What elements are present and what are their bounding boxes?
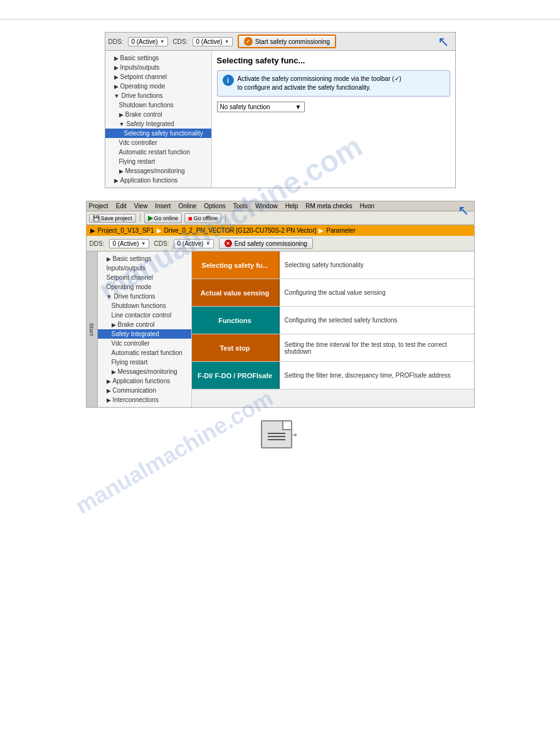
p2-sidebar-setpoint[interactable]: Setpoint channel <box>98 273 191 282</box>
card-row-functions: Functions Configuring the selected safet… <box>192 307 474 334</box>
menu-edit[interactable]: Edit <box>116 203 127 209</box>
arrow-icon: ▶ <box>119 112 124 118</box>
p2-sidebar-messages[interactable]: ▶Messages/monitoring <box>98 367 191 376</box>
card-btn-fdi-fdo[interactable]: F-DI/ F-DO / PROFIsafe <box>192 362 280 389</box>
arrow-icon: ▶ <box>114 83 119 90</box>
bottom-icon-area: → <box>255 420 305 448</box>
card-btn-actual-value[interactable]: Actual value sensing <box>192 279 280 306</box>
panel2-body: Start ▶Basic settings Inputs/outputs Set… <box>87 252 474 407</box>
arrow-icon: ▶ <box>112 369 116 375</box>
panel2: Project Edit View Insert Online Options … <box>86 201 475 408</box>
menu-rm-meta[interactable]: RM meta checks <box>305 203 352 209</box>
panel1-title: Selecting safety func... <box>217 56 450 65</box>
breadcrumb-sep2: ▶ <box>319 227 324 234</box>
p2-sidebar-shutdown[interactable]: Shutdown functions <box>98 301 191 310</box>
note-line <box>268 433 285 434</box>
p2-sidebar-auto-restart[interactable]: Automatic restart function <box>98 348 191 358</box>
sidebar-safety-integrated[interactable]: ▼Safety Integrated <box>105 119 211 129</box>
safety-function-dropdown[interactable]: No safety function ▼ <box>217 102 305 112</box>
card-btn-functions[interactable]: Functions <box>192 307 280 334</box>
arrow-icon: ▶ <box>112 322 116 328</box>
arrow-icon: ▶ <box>107 397 111 403</box>
menu-options[interactable]: Options <box>204 203 225 209</box>
sidebar-basic-settings[interactable]: ▶Basic settings <box>105 53 211 63</box>
sidebar-messages[interactable]: ▶Messages/monitoring <box>105 166 211 176</box>
note-line <box>268 439 285 440</box>
panel2-menubar: Project Edit View Insert Online Options … <box>87 201 474 211</box>
p2-sidebar-operating[interactable]: Operating mode <box>98 282 191 292</box>
go-offline-btn[interactable]: ■ Go offline <box>184 213 221 223</box>
p2-sidebar-safety[interactable]: Safety Integrated <box>98 329 191 339</box>
card-row-test-stop: Test stop Setting the time interval for … <box>192 334 474 362</box>
cursor-pointer1: ↖ <box>438 34 449 50</box>
breadcrumb-icon: ▶ <box>90 227 95 234</box>
card-btn-test-stop[interactable]: Test stop <box>192 334 280 361</box>
p2-sidebar-basic[interactable]: ▶Basic settings <box>98 254 191 263</box>
go-online-btn[interactable]: ▶ Go online <box>144 213 182 223</box>
sidebar-auto-restart[interactable]: Automatic restart function <box>105 147 211 157</box>
breadcrumb-bar: ▶ Project_0_V13_SP1 ▶ Drive_0_2_PN_VECTO… <box>87 225 474 236</box>
sidebar-application-functions[interactable]: ▶Application functions <box>105 176 211 185</box>
sidebar-brake-control[interactable]: ▶Brake control <box>105 110 211 119</box>
card-desc-functions: Configuring the selected safety function… <box>280 307 474 334</box>
card-desc-actual-value: Configuring the actual value sensing <box>280 279 474 306</box>
online-icon: ▶ <box>148 214 153 222</box>
p2-sidebar-vdc[interactable]: Vdc controller <box>98 339 191 348</box>
p2-sidebar-interconnections[interactable]: ▶Interconnections <box>98 395 191 405</box>
arrow-icon: ▶ <box>114 55 119 61</box>
end-safety-commissioning-button[interactable]: ✕ End safety commissioning <box>219 238 313 249</box>
breadcrumb-drive[interactable]: Drive_0_2_PN_VECTOR [G120-CU750S-2 PN Ve… <box>164 227 317 234</box>
sidebar-shutdown-functions[interactable]: Shutdown functions <box>105 100 211 110</box>
card-btn-selecting[interactable]: Selecting safety fu... <box>192 252 280 278</box>
panel1-body: ▶Basic settings ▶Inputs/outputs ▶Setpoin… <box>105 51 455 188</box>
menu-help[interactable]: Help <box>285 203 298 209</box>
menu-project[interactable]: Project <box>89 203 108 209</box>
menu-tools[interactable]: Tools <box>233 203 248 209</box>
sidebar-drive-functions[interactable]: ▼Drive functions <box>105 91 211 100</box>
panel1-sidebar: ▶Basic settings ▶Inputs/outputs ▶Setpoin… <box>105 51 212 188</box>
menu-insert[interactable]: Insert <box>155 203 171 209</box>
p2-sidebar-line-contactor[interactable]: Line contactor control <box>98 310 191 320</box>
p2-sidebar-inputs[interactable]: Inputs/outputs <box>98 263 191 273</box>
breadcrumb-parameter[interactable]: Parameter <box>326 227 356 234</box>
menu-online[interactable]: Online <box>178 203 196 209</box>
p2-sidebar-brake[interactable]: ▶Brake control <box>98 320 191 329</box>
dds-dropdown1[interactable]: 0 (Active) ▼ <box>128 37 167 46</box>
panel1-main: Selecting safety func... i Activate the … <box>212 51 455 188</box>
sidebar-selecting-safety[interactable]: Selecting safety functionality <box>105 129 211 138</box>
note-lines <box>268 433 285 440</box>
dds-label2: DDS: <box>90 240 105 247</box>
info-text: Activate the safety commissioning mode v… <box>238 75 401 92</box>
panel2-toolbar2: DDS: 0 (Active) ▼ CDS: 0 (Active) ▼ ✕ En… <box>87 236 474 252</box>
toolbar-separator <box>140 214 140 223</box>
card-row-selecting: Selecting safety fu... Selecting safety … <box>192 252 474 279</box>
breadcrumb-project[interactable]: Project_0_V13_SP1 <box>98 227 154 234</box>
save-icon: 💾 <box>93 215 100 221</box>
card-desc-fdi-fdo: Setting the filter time, discrepancy tim… <box>280 362 474 389</box>
sidebar-inputs-outputs[interactable]: ▶Inputs/outputs <box>105 63 211 72</box>
sidebar-flying-restart[interactable]: Flying restart <box>105 157 211 166</box>
sidebar-vdc-controller[interactable]: Vdc controller <box>105 138 211 147</box>
p2-sidebar-drive-functions[interactable]: ▼Drive functions <box>98 292 191 301</box>
save-project-btn[interactable]: 💾 Save project <box>89 214 136 223</box>
p2-sidebar-app-functions[interactable]: ▶Application functions <box>98 376 191 386</box>
sidebar-operating-mode[interactable]: ▶Operating mode <box>105 82 211 91</box>
sidebar-setpoint-channel[interactable]: ▶Setpoint channel <box>105 72 211 82</box>
toolbar-separator2 <box>225 214 226 223</box>
cds-dropdown1[interactable]: 0 (Active) ▼ <box>193 37 232 46</box>
start-safety-commissioning-button[interactable]: ✓ Start safety commissioning <box>238 34 337 48</box>
menu-view[interactable]: View <box>134 203 148 209</box>
p2-sidebar-flying[interactable]: Flying restart <box>98 358 191 367</box>
info-box: i Activate the safety commissioning mode… <box>217 70 450 97</box>
p2-sidebar-communication[interactable]: ▶Communication <box>98 386 191 395</box>
arrow-icon: ▼ <box>119 121 125 127</box>
dds-dropdown2[interactable]: 0 (Active) ▼ <box>109 239 149 248</box>
safety-icon: ✓ <box>244 37 253 46</box>
panel2-toolbar: 💾 Save project ▶ Go online ■ Go offline … <box>87 211 474 225</box>
card-grid: Selecting safety fu... Selecting safety … <box>192 252 474 389</box>
menu-hvon[interactable]: Hvon <box>360 203 374 209</box>
top-rule <box>0 19 560 19</box>
cds-dropdown2[interactable]: 0 (Active) ▼ <box>174 239 213 248</box>
panel1: DDS: 0 (Active) ▼ CDS: 0 (Active) ▼ ✓ St… <box>105 32 456 188</box>
menu-window[interactable]: Window <box>255 203 278 209</box>
